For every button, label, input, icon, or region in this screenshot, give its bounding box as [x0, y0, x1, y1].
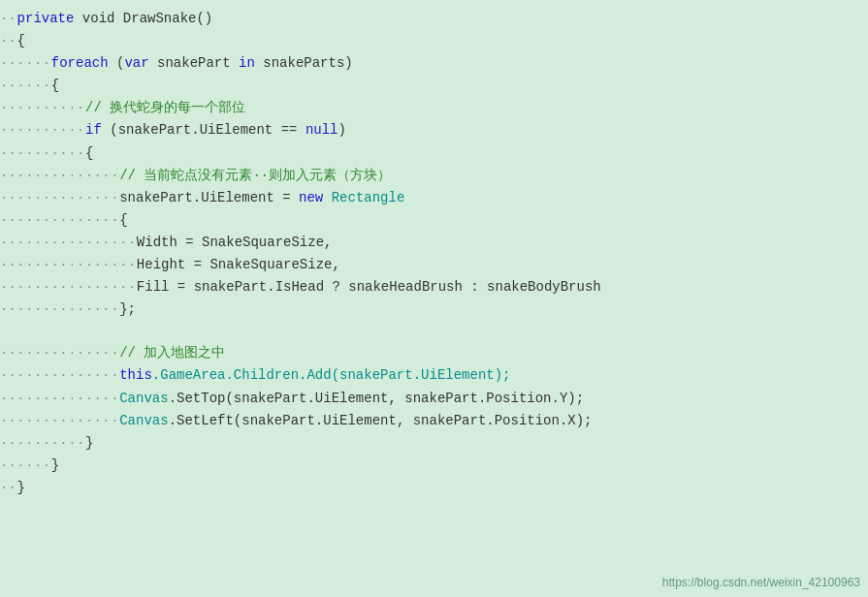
- line-content: {: [85, 142, 93, 165]
- code-token: private: [17, 11, 75, 26]
- code-line: ··············// 加入地图之中: [0, 342, 868, 364]
- line-content: // 当前蛇点没有元素··则加入元素（方块）: [119, 165, 391, 187]
- code-token: if: [85, 122, 102, 138]
- line-content: Canvas.SetTop(snakePart.UiElement, snake…: [119, 388, 584, 410]
- line-dots: ··: [0, 9, 17, 29]
- code-token: foreach: [51, 55, 109, 71]
- line-dots: ··: [0, 478, 17, 498]
- line-content: // 加入地图之中: [119, 342, 225, 364]
- line-content: this.GameArea.Children.Add(snakePart.UiE…: [119, 364, 510, 387]
- code-line: ················Height = SnakeSquareSize…: [0, 254, 868, 276]
- code-line: ··········{: [0, 142, 868, 165]
- code-token: .GameArea.Children.Add(snakePart.UiEleme…: [152, 367, 511, 383]
- code-token: {: [119, 212, 127, 228]
- line-dots: ··············: [0, 188, 119, 208]
- code-token: DrawSnake: [123, 11, 197, 26]
- line-dots: ······: [0, 76, 51, 96]
- line-content: }: [17, 477, 25, 499]
- line-dots: ··············: [0, 343, 119, 363]
- line-content: }: [51, 455, 59, 477]
- code-lines: ··private void DrawSnake()··{······forea…: [0, 8, 868, 499]
- code-token: // 加入地图之中: [119, 345, 225, 361]
- code-token: Fill = snakePart.IsHead ? snakeHeadBrush…: [137, 279, 601, 295]
- line-content: // 换代蛇身的每一个部位: [85, 97, 245, 119]
- code-line: ················Fill = snakePart.IsHead …: [0, 276, 868, 298]
- code-token: // 当前蛇点没有元素··则加入元素（方块）: [119, 168, 391, 183]
- code-token: var: [124, 55, 148, 71]
- code-token: // 换代蛇身的每一个部位: [85, 100, 245, 115]
- line-dots: ··············: [0, 365, 119, 386]
- code-line: ······{: [0, 75, 868, 97]
- code-line: ··········if (snakePart.UiElement == nul…: [0, 119, 868, 141]
- code-editor: ··private void DrawSnake()··{······forea…: [0, 0, 868, 597]
- code-token: snakePart: [149, 55, 239, 71]
- code-token: }: [17, 480, 25, 495]
- watermark: https://blog.csdn.net/weixin_42100963: [662, 576, 860, 589]
- line-dots: ······: [0, 456, 51, 476]
- code-token: (: [109, 55, 125, 71]
- line-dots: ················: [0, 233, 137, 253]
- line-content: {: [17, 30, 25, 52]
- line-content: foreach (var snakePart in snakeParts): [51, 52, 353, 75]
- code-token: snakeParts): [255, 55, 353, 71]
- code-line: [0, 321, 868, 342]
- code-line: ················Width = SnakeSquareSize,: [0, 232, 868, 254]
- code-token: in: [239, 55, 255, 71]
- code-token: void: [74, 11, 122, 26]
- code-token: Canvas: [119, 391, 168, 406]
- line-dots: ··············: [0, 166, 119, 186]
- code-token: (): [196, 11, 212, 26]
- line-content: Height = SnakeSquareSize,: [137, 254, 340, 276]
- line-dots: ··········: [0, 120, 85, 141]
- line-dots: ··········: [0, 143, 85, 164]
- code-line: ··{: [0, 30, 868, 52]
- code-line: ··············{: [0, 209, 868, 232]
- code-token: {: [51, 78, 59, 93]
- code-token: {: [17, 33, 25, 48]
- line-content: snakePart.UiElement = new Rectangle: [119, 187, 404, 209]
- line-content: Fill = snakePart.IsHead ? snakeHeadBrush…: [137, 276, 601, 298]
- line-content: private void DrawSnake(): [17, 8, 213, 30]
- code-token: (snakePart.UiElement ==: [102, 122, 305, 138]
- code-line: ··············Canvas.SetTop(snakePart.Ui…: [0, 388, 868, 410]
- line-content: {: [51, 75, 59, 97]
- code-token: snakePart.UiElement =: [119, 190, 299, 205]
- code-line: ··}: [0, 477, 868, 499]
- line-dots: ················: [0, 277, 137, 298]
- line-dots: ······: [0, 53, 51, 74]
- code-line: ······}: [0, 455, 868, 477]
- code-token: }: [51, 457, 59, 473]
- code-line: ··private void DrawSnake(): [0, 8, 868, 30]
- code-line: ··········}: [0, 432, 868, 455]
- line-content: }: [85, 432, 93, 455]
- code-token: }: [85, 435, 93, 451]
- line-dots: ··············: [0, 210, 119, 231]
- code-token: null: [305, 122, 338, 138]
- code-token: this: [119, 367, 152, 383]
- line-dots: ················: [0, 255, 137, 275]
- line-dots: ··········: [0, 433, 85, 454]
- code-token: {: [85, 145, 93, 161]
- line-content: };: [119, 298, 136, 321]
- code-token: Width = SnakeSquareSize,: [137, 235, 333, 250]
- line-dots: ··············: [0, 389, 119, 409]
- line-dots: ··············: [0, 299, 119, 320]
- code-token: ): [338, 122, 345, 138]
- code-token: .SetLeft(snakePart.UiElement, snakePart.…: [169, 413, 593, 428]
- code-line: ··············snakePart.UiElement = new …: [0, 187, 868, 209]
- code-token: new: [299, 190, 323, 205]
- code-line: ··············// 当前蛇点没有元素··则加入元素（方块）: [0, 165, 868, 187]
- code-token: Height = SnakeSquareSize,: [137, 257, 340, 272]
- line-dots: ··: [0, 31, 17, 51]
- line-content: Canvas.SetLeft(snakePart.UiElement, snak…: [119, 410, 592, 432]
- code-token: .SetTop(snakePart.UiElement, snakePart.P…: [169, 391, 584, 406]
- code-line: ··············Canvas.SetLeft(snakePart.U…: [0, 410, 868, 432]
- line-dots: ··············: [0, 411, 119, 431]
- code-line: ··············};: [0, 298, 868, 321]
- code-line: ······foreach (var snakePart in snakePar…: [0, 52, 868, 75]
- line-dots: ··········: [0, 98, 85, 118]
- code-line: ··········// 换代蛇身的每一个部位: [0, 97, 868, 119]
- code-line: ··············this.GameArea.Children.Add…: [0, 364, 868, 387]
- line-content: {: [119, 209, 127, 232]
- code-token: Rectangle: [323, 190, 404, 205]
